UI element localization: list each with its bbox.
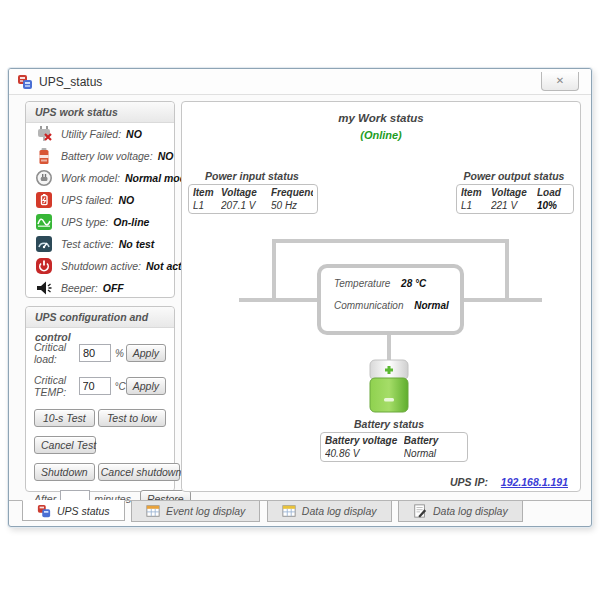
shutdown-button[interactable]: Shutdown [34, 463, 95, 481]
critical-temp-unit: °C [115, 381, 126, 392]
power-line-right [464, 298, 542, 302]
cell-load: 10% [537, 199, 569, 212]
status-value: On-line [113, 216, 149, 228]
cell-battery-voltage: 40.86 V [325, 447, 404, 460]
test-to-low-button[interactable]: Test to low [98, 409, 166, 427]
col-item: Item [193, 186, 221, 199]
online-status: (Online) [182, 129, 580, 141]
test-10s-button[interactable]: 10-s Test [34, 409, 95, 427]
status-label: Work model: [61, 172, 120, 184]
status-label: Beeper: [61, 282, 98, 294]
table-header-row: Item Voltage Frequency [193, 186, 313, 199]
app-icon [17, 74, 33, 90]
ups-type-icon [35, 213, 53, 231]
tab-bar: UPS status Event log display Data log di… [9, 500, 591, 524]
tab-label: Data log display [433, 505, 508, 517]
communication-row: Communication Normal [334, 300, 460, 311]
table-row: L1 221 V 10% [461, 199, 569, 212]
ups-ip-link[interactable]: 192.168.1.191 [501, 476, 568, 488]
status-row-battery-low: Battery low voltage: NO [26, 145, 174, 167]
tab-label: Data log display [302, 505, 377, 517]
critical-load-label: Critical load: [34, 341, 79, 365]
status-row-ups-failed: UPS failed: NO [26, 189, 174, 211]
beeper-icon [35, 279, 53, 297]
work-status-group: UPS work status Utility Failed: NO Batte… [25, 101, 175, 298]
battery-line [387, 335, 391, 362]
bypass-line-top [272, 239, 509, 243]
table-header-row: Item Voltage Load [461, 186, 569, 199]
battery-icon [367, 359, 411, 414]
ups-unit-box: Temperature 28 °C Communication Normal [317, 264, 464, 335]
bypass-line-right [505, 239, 509, 302]
battery-table: Battery voltage Battery status 40.86 V N… [320, 432, 468, 462]
status-row-test-active: Test active: No test [26, 233, 174, 255]
close-button[interactable]: ✕ [541, 72, 579, 91]
cell-item: L1 [461, 199, 491, 212]
table-header-row: Battery voltage Battery status [325, 434, 463, 447]
config-header: UPS configuration and control [26, 307, 174, 328]
title-bar[interactable]: UPS_status [9, 69, 591, 95]
event-log-tab-icon [146, 504, 160, 518]
apply-load-button[interactable]: Apply [126, 344, 166, 362]
utility-failed-icon [35, 125, 53, 143]
col-frequency: Frequency [271, 186, 313, 199]
ups-ip-row: UPS IP: 192.168.1.191 [450, 476, 568, 488]
status-label: UPS type: [61, 216, 108, 228]
shutdown-active-icon [35, 257, 53, 275]
power-line-left [239, 298, 317, 302]
cell-frequency: 50 Hz [271, 199, 313, 212]
table-row: 40.86 V Normal [325, 447, 463, 460]
status-row-work-model: Work model: Normal mode [26, 167, 174, 189]
status-label: Battery low voltage: [61, 150, 153, 162]
work-status-title: my Work status [182, 112, 580, 124]
tab-data-log[interactable]: Data log display [267, 501, 392, 522]
battery-status-title: Battery status [289, 418, 489, 430]
cell-item: L1 [193, 199, 221, 212]
critical-load-input[interactable] [79, 344, 111, 362]
cell-voltage: 207.1 V [221, 199, 271, 212]
data-log-tab-icon [282, 504, 296, 518]
status-value: NO [119, 194, 135, 206]
tab-ups-status[interactable]: UPS status [22, 500, 125, 521]
col-load: Load [537, 186, 569, 199]
col-battery-status: Battery status [404, 434, 463, 447]
window-title: UPS_status [39, 75, 102, 89]
bypass-line-left [272, 239, 276, 302]
status-label: UPS failed: [61, 194, 114, 206]
apply-temp-button[interactable]: Apply [126, 377, 166, 395]
status-label: Shutdown active: [61, 260, 141, 272]
power-input-title: Power input status [188, 170, 316, 182]
work-status-header: UPS work status [26, 102, 174, 123]
cancel-test-button[interactable]: Cancel Test [34, 436, 96, 454]
temperature-row: Temperature 28 °C [334, 278, 460, 289]
col-voltage: Voltage [491, 186, 537, 199]
temperature-value: 28 °C [401, 278, 426, 289]
tab-label: UPS status [57, 505, 110, 517]
power-output-title: Power output status [454, 170, 574, 182]
status-label: Utility Failed: [61, 128, 121, 140]
status-row-ups-type: UPS type: On-line [26, 211, 174, 233]
col-voltage: Voltage [221, 186, 271, 199]
critical-load-row: Critical load: % Apply [26, 341, 174, 365]
communication-label: Communication [334, 300, 403, 311]
cell-voltage: 221 V [491, 199, 537, 212]
ups-failed-icon [35, 191, 53, 209]
cancel-shutdown-button[interactable]: Cancel shutdown [98, 463, 180, 481]
tab-label: Event log display [166, 505, 245, 517]
tab-event-log[interactable]: Event log display [131, 501, 260, 522]
main-status-panel: my Work status (Online) Power input stat… [181, 101, 581, 492]
ups-status-tab-icon [37, 504, 51, 518]
table-row: L1 207.1 V 50 Hz [193, 199, 313, 212]
cell-battery-status: Normal [404, 447, 463, 460]
battery-low-icon [35, 147, 53, 165]
critical-temp-input[interactable] [79, 377, 111, 395]
critical-temp-row: Critical TEMP: °C Apply [26, 374, 174, 398]
critical-temp-label: Critical TEMP: [34, 374, 79, 398]
status-row-utility-failed: Utility Failed: NO [26, 123, 174, 145]
config-group: UPS configuration and control Critical l… [25, 306, 175, 492]
status-row-beeper: Beeper: OFF [26, 277, 174, 299]
work-model-icon [35, 169, 53, 187]
tab-data-log-2[interactable]: Data log display [398, 501, 523, 522]
status-value: OFF [103, 282, 124, 294]
test-buttons-row: 10-s Test Test to low [26, 409, 174, 427]
